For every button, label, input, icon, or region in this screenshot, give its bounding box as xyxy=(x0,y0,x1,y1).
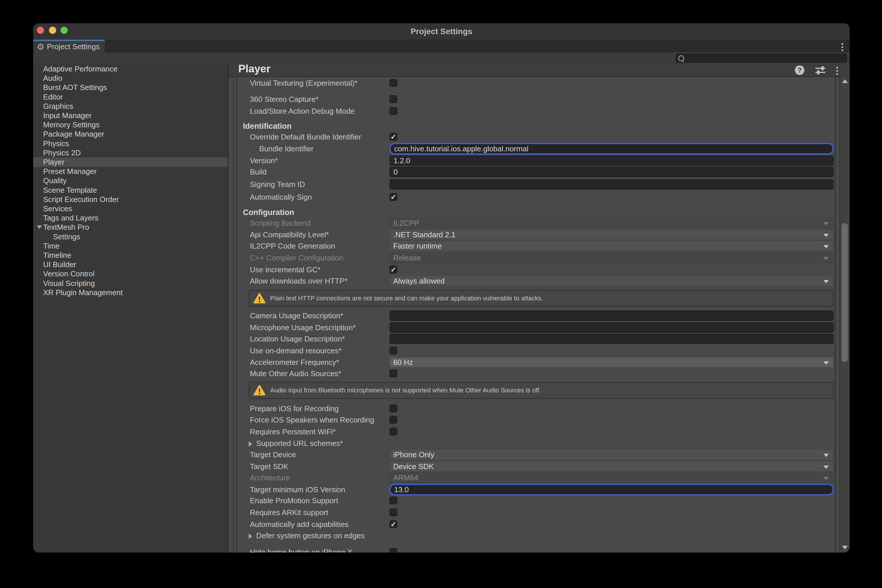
sidebar-item-adaptive-performance[interactable]: Adaptive Performance xyxy=(33,64,228,74)
setting-label: Signing Team ID xyxy=(250,178,305,190)
text-input-bundle-identifier[interactable]: com.hive.tutorial.ios.apple.global.norma… xyxy=(389,143,834,154)
chevron-down-icon xyxy=(823,245,829,248)
dropdown-allow-downloads-over-http[interactable]: Always allowed xyxy=(389,276,834,286)
chevron-down-icon xyxy=(823,362,829,364)
checkbox-automatically-add-capabilities[interactable]: ✓ xyxy=(389,520,397,528)
sidebar-item-player[interactable]: Player xyxy=(33,158,228,167)
dropdown-c-compiler-configuration: Release xyxy=(389,253,834,263)
text-input-camera-usage-description[interactable] xyxy=(389,310,834,321)
sidebar-item-scene-template[interactable]: Scene Template xyxy=(33,186,228,195)
sidebar-item-version-control[interactable]: Version Control xyxy=(33,269,228,279)
sidebar-item-physics-2d[interactable]: Physics 2D xyxy=(33,148,228,158)
setting-label: Accelerometer Frequency* xyxy=(250,357,339,368)
warning-icon xyxy=(253,385,266,396)
tab-label: Project Settings xyxy=(47,42,100,51)
checkbox-hide-home-button-on-iphone-x[interactable] xyxy=(389,548,397,552)
dropdown-api-compatibility-level[interactable]: .NET Standard 2.1 xyxy=(389,230,834,240)
search-input[interactable] xyxy=(687,54,839,63)
sidebar-item-timeline[interactable]: Timeline xyxy=(33,250,228,260)
checkbox-mute-other-audio-sources[interactable] xyxy=(389,369,397,377)
sidebar-item-quality[interactable]: Quality xyxy=(33,176,228,186)
dropdown-value: ARM64 xyxy=(393,473,418,482)
checkbox-requires-arkit-support[interactable] xyxy=(389,508,397,516)
sidebar-item-memory-settings[interactable]: Memory Settings xyxy=(33,120,228,130)
scroll-down-arrow-icon[interactable] xyxy=(842,546,848,549)
sidebar-item-input-manager[interactable]: Input Manager xyxy=(33,111,228,120)
tab-project-settings[interactable]: ⚙ Project Settings xyxy=(33,40,105,52)
text-input-target-minimum-ios-version[interactable]: 13.0 xyxy=(389,484,834,495)
help-icon[interactable]: ? xyxy=(795,65,804,75)
sidebar-item-tags-and-layers[interactable]: Tags and Layers xyxy=(33,213,228,223)
chevron-down-icon xyxy=(823,257,829,260)
sidebar-item-graphics[interactable]: Graphics xyxy=(33,102,228,111)
sidebar-item-script-execution-order[interactable]: Script Execution Order xyxy=(33,195,228,204)
sidebar-item-settings[interactable]: Settings xyxy=(33,232,228,242)
dropdown-il2cpp-code-generation[interactable]: Faster runtime xyxy=(389,241,834,251)
checkbox-automatically-sign[interactable]: ✓ xyxy=(389,193,397,201)
setting-label: C++ Compiler Configuration xyxy=(250,252,343,264)
scrollbar-thumb[interactable] xyxy=(841,223,848,362)
sidebar-item-visual-scripting[interactable]: Visual Scripting xyxy=(33,279,228,288)
foldout-label[interactable]: Supported URL schemes* xyxy=(256,438,343,449)
setting-label: Load/Store Action Debug Mode xyxy=(250,105,355,117)
titlebar[interactable]: Project Settings xyxy=(33,24,850,40)
sidebar-item-xr-plugin-management[interactable]: XR Plugin Management xyxy=(33,288,228,297)
search-icon xyxy=(678,55,684,62)
sidebar-item-preset-manager[interactable]: Preset Manager xyxy=(33,166,228,176)
scroll-up-arrow-icon[interactable] xyxy=(842,79,848,83)
checkbox-override-default-bundle-identifier[interactable]: ✓ xyxy=(389,133,397,141)
checkbox-use-incremental-gc[interactable]: ✓ xyxy=(389,266,397,273)
foldout-closed-icon[interactable] xyxy=(249,534,252,539)
text-input-microphone-usage-description[interactable] xyxy=(389,322,834,333)
text-input-version[interactable]: 1.2.0 xyxy=(389,155,834,166)
player-settings-pane: Virtual Texturing (Experimental)*360 Ste… xyxy=(228,76,840,552)
checkbox-use-on-demand-resources[interactable] xyxy=(389,346,397,354)
search-field[interactable] xyxy=(675,52,848,64)
setting-row-requires-arkit-support: Requires ARKit support xyxy=(228,507,840,518)
checkbox-prepare-ios-for-recording[interactable] xyxy=(389,405,397,412)
sidebar-item-time[interactable]: Time xyxy=(33,242,228,251)
checkbox-enable-promotion-support[interactable] xyxy=(389,496,397,504)
sidebar-item-editor[interactable]: Editor xyxy=(33,92,228,102)
checkbox-load-store-action-debug-mode[interactable] xyxy=(389,107,397,115)
setting-label: Automatically Sign xyxy=(250,191,312,203)
chevron-down-icon xyxy=(823,280,829,283)
warning-box: Audio input from Bluetooth microphones i… xyxy=(249,382,834,399)
tabstrip-kebab-menu-icon[interactable] xyxy=(841,43,843,51)
header-kebab-menu-icon[interactable] xyxy=(836,67,838,75)
setting-label: Build xyxy=(250,166,267,178)
sidebar-item-physics[interactable]: Physics xyxy=(33,139,228,148)
setting-row-scripting-backend: Scripting BackendIL2CPP xyxy=(228,218,840,229)
sidebar-item-audio[interactable]: Audio xyxy=(33,74,228,83)
sidebar-item-services[interactable]: Services xyxy=(33,204,228,213)
text-input-location-usage-description[interactable] xyxy=(389,334,834,344)
sidebar-item-package-manager[interactable]: Package Manager xyxy=(33,129,228,139)
preset-sliders-icon[interactable] xyxy=(815,66,825,75)
foldout-closed-icon[interactable] xyxy=(249,441,252,447)
sidebar-item-ui-builder[interactable]: UI Builder xyxy=(33,260,228,269)
foldout-open-icon[interactable] xyxy=(37,225,42,229)
dropdown-target-sdk[interactable]: Device SDK xyxy=(389,461,834,472)
foldout-label[interactable]: Defer system gestures on edges xyxy=(256,530,365,542)
vertical-scrollbar[interactable] xyxy=(840,76,850,552)
dropdown-accelerometer-frequency[interactable]: 60 Hz xyxy=(389,357,834,368)
checkbox-requires-persistent-wifi[interactable] xyxy=(389,428,397,435)
setting-row-warning-17: Plain text HTTP connections are not secu… xyxy=(228,292,840,304)
setting-label: Scripting Backend xyxy=(250,218,311,229)
setting-label: Target SDK xyxy=(250,460,288,472)
checkbox-force-ios-speakers-when-recording[interactable] xyxy=(389,416,397,424)
dropdown-target-device[interactable]: iPhone Only xyxy=(389,449,834,460)
warning-box: Plain text HTTP connections are not secu… xyxy=(249,290,834,307)
setting-row-target-sdk: Target SDKDevice SDK xyxy=(228,460,840,472)
sidebar-item-burst-aot-settings[interactable]: Burst AOT Settings xyxy=(33,83,228,92)
checkbox-360-stereo-capture[interactable] xyxy=(389,95,397,103)
setting-label: Force iOS Speakers when Recording xyxy=(250,414,374,426)
gear-icon: ⚙ xyxy=(37,42,45,51)
setting-row-target-device: Target DeviceiPhone Only xyxy=(228,449,840,460)
checkbox-virtual-texturing-experimental[interactable] xyxy=(389,79,397,87)
setting-label: Requires Persistent WiFi* xyxy=(250,426,336,438)
setting-row-build: Build0 xyxy=(228,166,840,178)
sidebar-item-textmesh-pro[interactable]: TextMesh Pro xyxy=(33,222,228,232)
text-input-signing-team-id[interactable] xyxy=(389,179,834,189)
text-input-build[interactable]: 0 xyxy=(389,166,834,177)
